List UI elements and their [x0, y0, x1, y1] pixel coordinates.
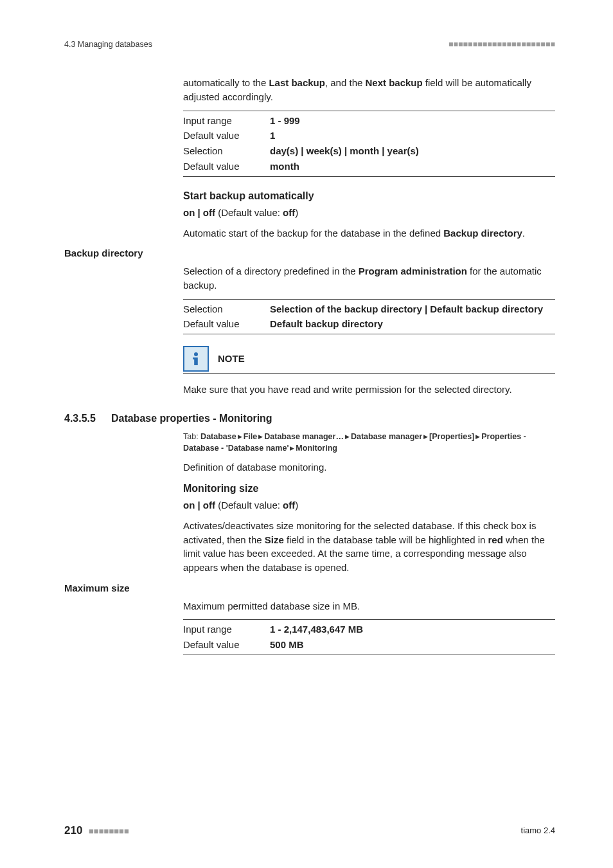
maximum-size-table: Input range 1 - 2,147,483,647 MB Default…: [183, 619, 555, 655]
prop-value: 1 - 999: [270, 114, 555, 128]
footer-dashes: ■■■■■■■■: [89, 826, 129, 836]
monitoring-definition: Definition of database monitoring.: [183, 460, 555, 475]
table-row: Input range 1 - 2,147,483,647 MB: [183, 622, 555, 637]
start-backup-heading: Start backup automatically: [183, 188, 555, 203]
monitoring-size-heading: Monitoring size: [183, 481, 555, 496]
chevron-right-icon: ▶: [236, 433, 244, 440]
prop-label: Selection: [183, 302, 270, 316]
start-backup-onoff: on | off (Default value: off): [183, 206, 555, 220]
note-header: NOTE: [183, 346, 555, 374]
chevron-right-icon: ▶: [257, 433, 264, 440]
chevron-right-icon: ▶: [422, 433, 429, 440]
prop-label: Input range: [183, 114, 270, 128]
interval-table: Input range 1 - 999 Default value 1 Sele…: [183, 111, 555, 177]
table-row: Default value Default backup directory: [183, 316, 555, 332]
prop-value: Selection of the backup directory | Defa…: [270, 302, 555, 316]
svg-rect-2: [193, 357, 196, 359]
prop-value: 1 - 2,147,483,647 MB: [270, 622, 555, 637]
tab-breadcrumb: Tab: Database▶File▶Database manager…▶Dat…: [183, 431, 555, 454]
page-number: 210: [64, 824, 82, 836]
backup-directory-heading: Backup directory: [64, 246, 555, 260]
svg-point-0: [194, 352, 198, 356]
monitoring-size-onoff: on | off (Default value: off): [183, 498, 555, 512]
start-backup-desc: Automatic start of the backup for the da…: [183, 226, 555, 240]
table-row: Default value month: [183, 159, 555, 174]
backup-directory-desc: Selection of a directory predefined in t…: [183, 264, 555, 293]
running-header: 4.3 Managing databases ■■■■■■■■■■■■■■■■■…: [64, 39, 555, 50]
chevron-right-icon: ▶: [344, 433, 351, 440]
table-row: Selection day(s) | week(s) | month | yea…: [183, 143, 555, 159]
prop-value: Default backup directory: [270, 317, 555, 331]
prop-label: Default value: [183, 317, 270, 331]
header-dashes: ■■■■■■■■■■■■■■■■■■■■■■: [449, 39, 555, 50]
prop-value: day(s) | week(s) | month | year(s): [270, 144, 555, 158]
note-title: NOTE: [218, 352, 245, 366]
chevron-right-icon: ▶: [474, 433, 481, 440]
section-title: Database properties - Monitoring: [111, 411, 272, 426]
monitoring-size-desc: Activates/deactivates size monitoring fo…: [183, 519, 555, 575]
prop-label: Default value: [183, 129, 270, 143]
maximum-size-heading: Maximum size: [64, 581, 555, 595]
info-icon: [183, 346, 209, 372]
section-number: 4.3.5.5: [64, 411, 96, 426]
chevron-right-icon: ▶: [289, 445, 296, 451]
table-row: Default value 500 MB: [183, 637, 555, 653]
footer-left: 210 ■■■■■■■■: [64, 823, 129, 839]
header-left: 4.3 Managing databases: [64, 39, 152, 50]
footer-right: tiamo 2.4: [521, 825, 555, 837]
intro-paragraph: automatically to the Last backup, and th…: [183, 76, 555, 104]
table-row: Input range 1 - 999: [183, 113, 555, 129]
note-block: NOTE Make sure that you have read and wr…: [183, 346, 555, 397]
prop-label: Input range: [183, 622, 270, 637]
page-footer: 210 ■■■■■■■■ tiamo 2.4: [64, 823, 555, 839]
prop-label: Selection: [183, 144, 270, 158]
maximum-size-desc: Maximum permitted database size in MB.: [183, 599, 555, 613]
section-heading: 4.3.5.5 Database properties - Monitoring: [64, 411, 555, 426]
table-row: Selection Selection of the backup direct…: [183, 302, 555, 317]
note-body: Make sure that you have read and write p…: [183, 383, 555, 397]
prop-label: Default value: [183, 159, 270, 174]
prop-label: Default value: [183, 638, 270, 652]
prop-value: 500 MB: [270, 638, 555, 652]
table-row: Default value 1: [183, 128, 555, 143]
prop-value: month: [270, 159, 555, 174]
prop-value: 1: [270, 129, 555, 143]
backup-directory-table: Selection Selection of the backup direct…: [183, 299, 555, 335]
